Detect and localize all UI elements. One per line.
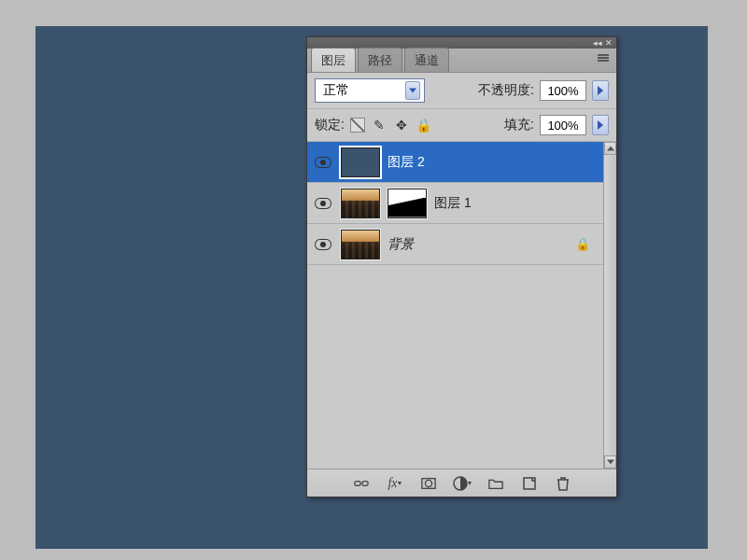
scrollbar[interactable] xyxy=(603,142,616,469)
scroll-down-icon[interactable] xyxy=(604,455,616,469)
layer-row[interactable]: 图层 2 xyxy=(307,142,603,183)
layer-name[interactable]: 图层 1 xyxy=(434,195,472,212)
lock-icon: 🔒 xyxy=(575,237,590,251)
lock-position-icon[interactable]: ✥ xyxy=(393,117,410,133)
layer-thumbnail[interactable] xyxy=(341,230,380,259)
tab-channels[interactable]: 通道 xyxy=(404,48,449,72)
svg-rect-0 xyxy=(354,481,359,485)
lock-row: 锁定: ✎ ✥ 🔒 填充: 100% xyxy=(307,109,616,142)
opacity-input[interactable]: 100% xyxy=(540,80,586,101)
adjustment-layer-icon[interactable]: ▾ xyxy=(453,475,472,492)
lock-label: 锁定: xyxy=(315,117,345,133)
svg-rect-1 xyxy=(361,481,367,485)
tab-layers[interactable]: 图层 xyxy=(311,48,356,72)
close-icon[interactable]: ✕ xyxy=(605,39,613,48)
panel-footer: fx▾ ▾ xyxy=(307,469,616,497)
svg-rect-5 xyxy=(524,478,535,489)
scroll-up-icon[interactable] xyxy=(604,142,616,155)
blend-mode-select[interactable]: 正常 xyxy=(315,78,425,103)
chevron-down-icon xyxy=(405,81,420,100)
layers-list: 图层 2图层 1背景🔒 xyxy=(307,142,616,469)
layers-panel: ◂◂ ✕ 图层 路径 通道 正常 不透明度: 100% 锁定: ✎ ✥ 🔒 填充… xyxy=(306,36,617,497)
lock-all-icon[interactable]: 🔒 xyxy=(416,117,432,133)
layer-name[interactable]: 图层 2 xyxy=(388,154,425,171)
fill-label: 填充: xyxy=(504,117,534,133)
blend-mode-value: 正常 xyxy=(323,82,349,99)
panel-tabs: 图层 路径 通道 xyxy=(307,49,616,73)
layer-effects-icon[interactable]: fx▾ xyxy=(386,475,404,492)
fill-stepper[interactable] xyxy=(592,115,609,135)
visibility-eye-icon[interactable] xyxy=(315,157,331,168)
layer-thumbnail[interactable] xyxy=(341,147,380,177)
blend-row: 正常 不透明度: 100% xyxy=(307,73,616,109)
layer-row[interactable]: 背景🔒 xyxy=(307,224,603,265)
visibility-eye-icon[interactable] xyxy=(315,198,331,209)
collapse-icon[interactable]: ◂◂ xyxy=(593,39,602,48)
panel-menu-icon[interactable] xyxy=(598,54,611,65)
lock-transparency-icon[interactable] xyxy=(350,118,365,133)
layer-thumbnail[interactable] xyxy=(341,189,380,218)
layer-mask-thumbnail[interactable] xyxy=(388,189,427,218)
layer-name[interactable]: 背景 xyxy=(388,236,414,253)
new-group-icon[interactable] xyxy=(486,475,505,492)
layer-mask-icon[interactable] xyxy=(419,475,438,492)
lock-pixels-icon[interactable]: ✎ xyxy=(371,117,388,133)
svg-point-3 xyxy=(425,480,431,486)
new-layer-icon[interactable] xyxy=(520,475,539,492)
delete-layer-icon[interactable] xyxy=(554,475,572,492)
fill-input[interactable]: 100% xyxy=(540,115,586,135)
layer-row[interactable]: 图层 1 xyxy=(307,183,603,224)
lock-controls: ✎ ✥ 🔒 xyxy=(350,117,432,133)
link-layers-icon[interactable] xyxy=(352,475,371,492)
tab-paths[interactable]: 路径 xyxy=(358,48,402,72)
opacity-label: 不透明度: xyxy=(478,82,534,99)
visibility-eye-icon[interactable] xyxy=(315,239,331,250)
opacity-stepper[interactable] xyxy=(592,80,609,101)
